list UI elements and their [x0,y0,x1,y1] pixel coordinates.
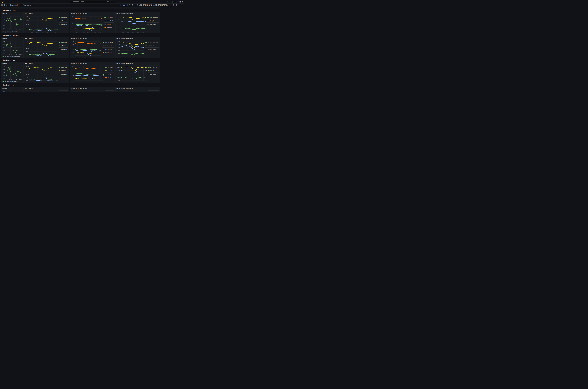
panel-title[interactable]: Overall CCU [2,37,23,39]
chart-legend-bottom[interactable]: @.device.platform=xbox [2,31,23,32]
legend-item[interactable]: xbox, ASIA [104,16,114,19]
legend-item[interactable]: android, EU [102,47,114,51]
chart-canvas[interactable]: 050010001500200016:2016:3016:4016:5017:0… [71,15,103,33]
news-icon[interactable] [175,1,177,2]
panel-per-region-in-game-only[interactable]: Per Region (In Game Only) 02505007501000… [70,37,115,58]
legend-item[interactable]: connecting [59,16,68,19]
partial-panel[interactable] [110,7,161,8]
row-header[interactable]: Per Device - ios [1,59,184,61]
panel-per-context[interactable]: Per Context 500100015002000250016:2016:3… [24,37,69,58]
legend-item[interactable]: ios, NAE [105,76,114,79]
panel-overall-ccu[interactable]: Overall CCU 185016:3016:4517:00 [1,87,24,92]
panel-per-region-in-game-only[interactable]: Per Region (In Game Only) 01000200030001… [70,62,115,83]
search-input[interactable] [73,1,107,3]
legend-item[interactable]: xbox, bigTeams [147,16,159,19]
panel-title[interactable]: Per Mode (In Game Only) [117,37,159,39]
panel-title[interactable]: Per Mode (In Game Only) [117,87,159,89]
row-header[interactable]: Per Device - xbox [1,9,184,11]
panel-title[interactable]: Per Region (In Game Only) [71,87,114,89]
row-header[interactable]: Per Device - pc [1,84,184,86]
new-menu-button[interactable] [165,1,168,2]
panel-title[interactable]: Per Context [25,63,68,64]
chart-canvas[interactable]: 5001000150016:2016:3016:4016:5017:00 [117,15,146,33]
chart-canvas[interactable]: 4006008001000120016:2016:3016:4016:5017:… [117,40,145,58]
legend-item[interactable]: ios, bigTeams [148,65,159,69]
panel-per-region-in-game-only[interactable]: Per Region (In Game Only) 16:2016:3016:4… [70,87,115,92]
chart-canvas[interactable]: 10002000300040005000600016:2016:3016:401… [25,65,58,83]
breadcrumb-home[interactable]: Home [4,4,8,6]
legend-item[interactable]: connecting [59,65,68,69]
legend-item[interactable]: ios, teams [148,72,159,76]
legend-item[interactable]: ios, AUS [105,69,114,72]
row-header[interactable]: Per Device - android [1,34,184,36]
panel-title[interactable]: Overall CCU [2,13,23,14]
dashboard-settings-button[interactable] [132,4,133,6]
legend-item[interactable]: android, ffa [145,44,159,47]
panel-title[interactable]: Per Region (In Game Only) [71,37,114,39]
panel-overall-ccu[interactable]: Overall CCU 2500255026002650270016:3016:… [1,37,24,58]
breadcrumb-dashboards[interactable]: Dashboards [10,4,18,6]
legend-item[interactable]: connecting [59,91,68,92]
legend-item[interactable]: android, NAE [102,51,114,54]
legend-item[interactable]: inGame [59,69,68,72]
panel-title[interactable]: Overall CCU [2,63,23,64]
legend-item[interactable]: android, bigTeams [145,41,159,44]
legend-item[interactable]: android, ASIA [102,41,114,44]
chart-canvas[interactable]: 500100015002000250016:2016:3016:4016:501… [25,40,58,58]
legend-item[interactable]: xbox, AUS [104,19,114,23]
chart-legend-bottom[interactable]: @.device.platform=ios [2,81,23,82]
grafana-logo[interactable] [1,0,4,3]
legend-item[interactable]: ios, ASIA [105,65,114,69]
chart-canvas[interactable]: 4000405041004150420016:3016:4517:00 [2,15,23,31]
legend-item[interactable]: android, AUS [102,44,114,47]
legend-item[interactable]: ios, ffa [148,69,159,72]
legend-item[interactable]: inGame [59,19,68,23]
chart-canvas[interactable]: 500100015002000250016:2016:3016:4016:501… [117,65,147,83]
panel-per-region-in-game-only[interactable]: Per Region (In Game Only) 05001000150020… [70,12,115,33]
chart-canvas[interactable]: 16:2016:3016:4016:5017:00 [25,90,58,92]
save-dashboard-button[interactable] [129,4,130,6]
help-button[interactable] [172,1,174,2]
legend-item[interactable]: mainMenu [59,72,68,76]
partial-panel[interactable] [1,7,69,8]
panel-title[interactable]: Per Context [25,37,68,39]
panel-per-mode-in-game-only[interactable]: Per Mode (In Game Only) 4006008001000120… [115,37,160,58]
panel-title[interactable]: Per Context [25,13,68,14]
panel-title[interactable]: Per Context [25,87,68,89]
dashboard-scroll-area[interactable]: Per Device - xbox Overall CCU 4000405041… [0,7,184,92]
chart-canvas[interactable]: 02505007501000125016:2016:3016:4016:5017… [71,40,102,58]
panel-title[interactable]: Overall CCU [2,87,23,89]
panel-title[interactable]: Per Mode (In Game Only) [117,63,159,64]
chart-canvas[interactable]: 100020003000400016:2016:3016:4016:5017:0… [25,15,58,33]
legend-item[interactable]: connecting [59,41,68,44]
chart-canvas[interactable]: 185016:3016:4517:00 [2,90,23,92]
legend-item[interactable]: pc, ASIA [106,91,114,92]
chart-canvas[interactable]: 80016:2016:3016:4016:5017:00 [117,90,147,92]
legend-item[interactable]: android, teams [145,47,159,51]
chart-canvas[interactable]: 010002000300016:2016:3016:4016:5017:00 [71,65,104,83]
refresh-button[interactable] [176,4,179,6]
share-dashboard-button[interactable] [32,4,33,6]
add-panel-button[interactable]: Add [119,4,127,6]
legend-item[interactable]: ios, EU [105,72,114,76]
legend-item[interactable]: pc, bigTeams [148,91,159,92]
partial-panel[interactable] [69,7,110,8]
legend-item[interactable]: xbox, EU [104,23,114,26]
panel-overall-ccu[interactable]: Overall CCU 4000405041004150420016:3016:… [1,12,24,33]
collapse-toolbar-button[interactable] [182,4,183,6]
legend-item[interactable]: mainMenu [59,23,68,26]
panel-per-context[interactable]: Per Context 16:2016:3016:4016:5017:00 co… [24,87,69,92]
chart-canvas[interactable]: 5900600061006200630016:3016:4517:00 [2,65,23,81]
panel-title[interactable]: Per Mode (In Game Only) [117,13,159,14]
panel-per-context[interactable]: Per Context 100020003000400016:2016:3016… [24,12,69,33]
panel-overall-ccu[interactable]: Overall CCU 5900600061006200630016:3016:… [1,62,24,83]
time-shift-back-button[interactable] [135,4,136,6]
chart-legend-bottom[interactable]: @.device.platform=android [2,56,23,57]
panel-per-mode-in-game-only[interactable]: Per Mode (In Game Only) 5001000150016:20… [115,12,160,33]
chart-canvas[interactable]: 16:2016:3016:4016:5017:00 [71,90,105,92]
panel-per-mode-in-game-only[interactable]: Per Mode (In Game Only) 80016:2016:3016:… [115,87,160,92]
panel-per-context[interactable]: Per Context 10002000300040005000600016:2… [24,62,69,83]
panel-title[interactable]: Per Region (In Game Only) [71,63,114,64]
legend-item[interactable]: inGame [59,44,68,47]
legend-item[interactable]: xbox, teams [147,23,159,26]
